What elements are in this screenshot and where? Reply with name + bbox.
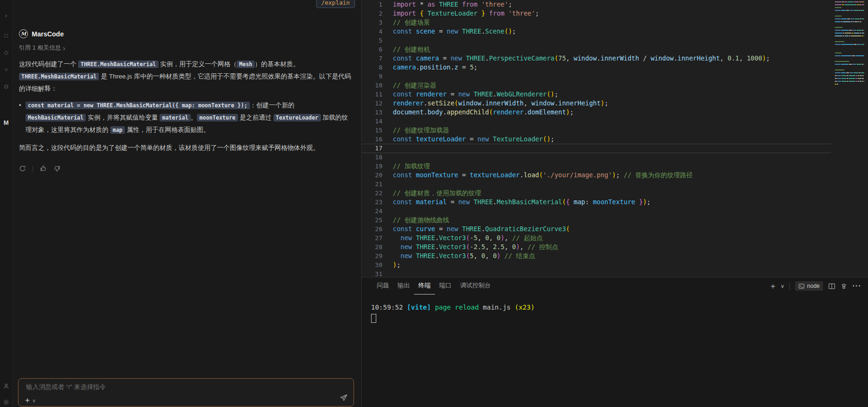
code-line-21[interactable]: 21 — [362, 180, 868, 189]
line-number[interactable]: 10 — [362, 81, 382, 90]
code-line-27[interactable]: 27 new THREE.Vector3(-5, 0, 0), // 起始点 — [362, 234, 868, 242]
target-icon[interactable]: ⊙ — [0, 83, 12, 90]
chat-input-box[interactable]: ∨ — [18, 378, 354, 407]
code-line-28[interactable]: 28 new THREE.Vector3(-2.5, 2.5, 0), // 控… — [362, 242, 868, 251]
code-line-3[interactable]: 3// 创建场景 — [362, 18, 868, 27]
panel-tabs: 问题输出终端端口调试控制台 — [372, 277, 495, 294]
account-icon[interactable] — [0, 383, 12, 391]
code-line-5[interactable]: 5 — [362, 36, 868, 45]
code-line-7[interactable]: 7const camera = new THREE.PerspectiveCam… — [362, 54, 868, 63]
chat-input[interactable] — [25, 383, 335, 391]
code-line-29[interactable]: 29 new THREE.Vector3(5, 0, 0) // 结束点 — [362, 251, 868, 260]
code-line-12[interactable]: 12renderer.setSize(window.innerWidth, wi… — [362, 99, 868, 108]
code-text — [382, 117, 393, 126]
line-number[interactable]: 7 — [362, 54, 382, 63]
commands-sparkle-icon[interactable]: ∨ — [24, 397, 35, 404]
code-line-22[interactable]: 22// 创建材质，使用加载的纹理 — [362, 189, 868, 198]
more-actions-icon[interactable]: ··· — [852, 282, 861, 290]
citation-toggle[interactable]: 引用 1 相关信息 › — [19, 44, 354, 52]
terminal-dropdown-icon[interactable]: ∨ — [780, 283, 784, 289]
line-number[interactable]: 16 — [362, 135, 382, 144]
terminal-output[interactable]: 10:59:52 [vite] page reload main.js (x23… — [362, 294, 868, 323]
line-number[interactable]: 8 — [362, 63, 382, 72]
line-number[interactable]: 25 — [362, 216, 382, 225]
line-number[interactable]: 20 — [362, 171, 382, 180]
code-line-19[interactable]: 19// 加载纹理 — [362, 162, 868, 171]
user-command-chip[interactable]: /explain — [316, 0, 355, 8]
send-icon[interactable] — [340, 394, 348, 404]
code-line-15[interactable]: 15// 创建纹理加载器 — [362, 126, 868, 135]
code-line-20[interactable]: 20const moonTexture = textureLoader.load… — [362, 171, 868, 180]
line-number[interactable]: 15 — [362, 126, 382, 135]
line-number[interactable]: 5 — [362, 36, 382, 45]
settings-gear-icon[interactable] — [0, 399, 12, 407]
split-terminal-icon[interactable] — [828, 283, 835, 290]
code-text: const material = new THREE.MeshBasicMate… — [382, 198, 651, 207]
line-number[interactable]: 19 — [362, 162, 382, 171]
line-number[interactable]: 13 — [362, 108, 382, 117]
panel-tab-调试控制台[interactable]: 调试控制台 — [456, 277, 495, 294]
code-line-18[interactable]: 18 — [362, 153, 868, 162]
line-number[interactable]: 23 — [362, 198, 382, 207]
code-line-24[interactable]: 24 — [362, 207, 868, 216]
line-number[interactable]: 12 — [362, 99, 382, 108]
terminal-profile-badge[interactable]: node — [795, 281, 823, 291]
code-editor[interactable]: 1import * as THREE from 'three';2import … — [362, 0, 868, 277]
line-number[interactable]: 9 — [362, 72, 382, 81]
code-line-14[interactable]: 14 — [362, 117, 868, 126]
window-icon[interactable]: □ — [0, 32, 12, 39]
panel-tab-问题[interactable]: 问题 — [372, 277, 393, 294]
line-number[interactable]: 3 — [362, 18, 382, 27]
symbol-icon[interactable]: ◇ — [0, 49, 12, 56]
line-number[interactable]: 29 — [362, 251, 382, 260]
panel-tab-端口[interactable]: 端口 — [435, 277, 456, 294]
thumbs-down-icon[interactable] — [53, 165, 61, 172]
code-line-2[interactable]: 2import { TextureLoader } from 'three'; — [362, 9, 868, 18]
new-terminal-icon[interactable]: + — [771, 282, 775, 290]
regenerate-icon[interactable] — [19, 165, 26, 172]
line-number[interactable]: 26 — [362, 225, 382, 234]
code-line-6[interactable]: 6// 创建相机 — [362, 45, 868, 54]
kill-terminal-trash-icon[interactable] — [841, 283, 847, 290]
line-number[interactable]: 4 — [362, 27, 382, 36]
code-line-11[interactable]: 11const renderer = new THREE.WebGLRender… — [362, 90, 868, 99]
bottom-panel: 问题输出终端端口调试控制台 + ∨ node ··· — [362, 277, 868, 407]
code-line-4[interactable]: 4const scene = new THREE.Scene(); — [362, 27, 868, 36]
code-line-25[interactable]: 25// 创建抛物线曲线 — [362, 216, 868, 225]
line-number[interactable]: 27 — [362, 234, 382, 242]
line-number[interactable]: 22 — [362, 189, 382, 198]
line-number[interactable]: 17 — [362, 144, 382, 153]
code-line-10[interactable]: 10// 创建渲染器 — [362, 81, 868, 90]
code-line-23[interactable]: 23const material = new THREE.MeshBasicMa… — [362, 198, 868, 207]
thumbs-up-icon[interactable] — [40, 165, 47, 172]
line-number[interactable]: 31 — [362, 269, 382, 277]
code-line-30[interactable]: 30); — [362, 260, 868, 269]
code-line-26[interactable]: 26const curve = new THREE.QuadraticBezie… — [362, 225, 868, 234]
chevron-right-icon[interactable]: › — [0, 12, 12, 19]
code-line-9[interactable]: 9 — [362, 72, 868, 81]
line-number[interactable]: 24 — [362, 207, 382, 216]
line-number[interactable]: 28 — [362, 242, 382, 251]
line-number[interactable]: 14 — [362, 117, 382, 126]
code-text — [382, 153, 393, 162]
code-line-17[interactable]: 17 — [362, 144, 868, 153]
line-number[interactable]: 11 — [362, 90, 382, 99]
code-line-31[interactable]: 31 — [362, 269, 868, 277]
panel-tab-终端[interactable]: 终端 — [414, 277, 435, 294]
marscode-extension-icon[interactable]: M — [0, 119, 12, 126]
panel-tab-输出[interactable]: 输出 — [393, 277, 414, 294]
line-number[interactable]: 30 — [362, 260, 382, 269]
code-line-13[interactable]: 13document.body.appendChild(renderer.dom… — [362, 108, 868, 117]
circle-icon[interactable]: ○ — [0, 66, 12, 73]
minimap[interactable] — [835, 1, 864, 89]
line-number[interactable]: 18 — [362, 153, 382, 162]
code-text: // 创建场景 — [382, 18, 430, 27]
line-number[interactable]: 2 — [362, 9, 382, 18]
line-number[interactable]: 6 — [362, 45, 382, 54]
line-number[interactable]: 1 — [362, 0, 382, 9]
code-line-8[interactable]: 8camera.position.z = 5; — [362, 63, 868, 72]
inline-code: map — [110, 126, 125, 134]
code-line-16[interactable]: 16const textureLoader = new TextureLoade… — [362, 135, 868, 144]
code-line-1[interactable]: 1import * as THREE from 'three'; — [362, 0, 868, 9]
line-number[interactable]: 21 — [362, 180, 382, 189]
